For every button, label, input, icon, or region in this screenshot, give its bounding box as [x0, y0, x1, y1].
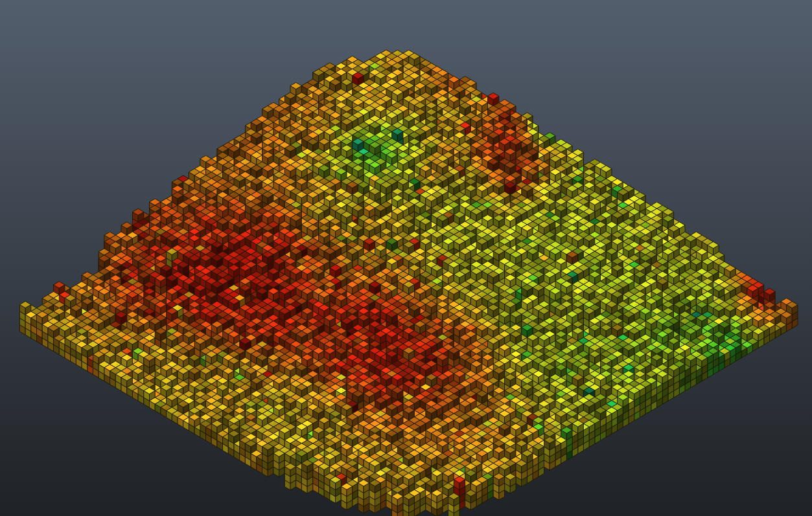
block-model-viewport-canvas[interactable]: [0, 0, 812, 516]
3d-viewer-window: [0, 0, 812, 516]
